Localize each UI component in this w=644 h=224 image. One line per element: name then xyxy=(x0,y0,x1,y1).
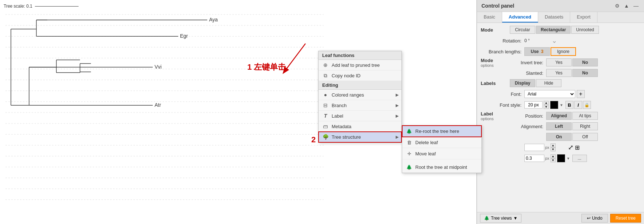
undo-btn[interactable]: ↩ Undo xyxy=(581,214,608,223)
branch-lengths-label: Branch lengths: xyxy=(481,49,524,54)
position-attips-btn[interactable]: At tips xyxy=(572,112,598,120)
num-up-2[interactable]: ▲ xyxy=(551,154,556,158)
num-stepper-2[interactable]: ▲ ▼ xyxy=(551,154,556,162)
svg-text:Aya: Aya xyxy=(209,17,218,23)
context-menu: Leaf functions ⊕ Add leaf to pruned tree… xyxy=(318,51,402,143)
position-row: Position: Aligned At tips xyxy=(510,111,598,121)
rotation-expand[interactable]: ⌄ xyxy=(552,37,557,45)
invert-yes-btn[interactable]: Yes xyxy=(546,58,572,66)
color-expand-icon[interactable]: ▼ xyxy=(560,103,565,107)
mode-options-sub: options xyxy=(481,63,510,68)
colored-ranges-icon: ● xyxy=(322,91,329,98)
font-label: Font: xyxy=(481,91,524,97)
tab-basic[interactable]: Basic xyxy=(477,12,502,23)
cp-tabs: Basic Advanced Datasets Export xyxy=(477,12,644,23)
italic-btn[interactable]: I xyxy=(574,101,582,109)
annotation-num-2: 2 xyxy=(311,135,316,144)
mode-row: Mode Circular Rectangular Unrooted xyxy=(481,25,640,34)
alignment-label: Alignment: xyxy=(510,124,546,129)
cp-title: Control panel xyxy=(481,3,514,9)
stroke-color-box[interactable] xyxy=(557,154,565,162)
invert-no-btn[interactable]: No xyxy=(572,58,598,66)
on-btn[interactable]: On xyxy=(546,133,572,141)
alignment-right-btn[interactable]: Right xyxy=(572,122,598,130)
mode-options-section: Mode options Invert tree: Yes No Slanted… xyxy=(481,58,640,78)
num-input-1[interactable] xyxy=(524,144,544,151)
rotation-value: 0 ° xyxy=(524,38,530,43)
svg-text:Atr: Atr xyxy=(155,102,161,108)
num-stepper-1[interactable]: ▲ ▼ xyxy=(551,143,556,151)
font-style-label: Font style: xyxy=(481,102,524,108)
numeric-row: px ▲ ▼ ⤢ ⊞ xyxy=(481,143,640,152)
copy-node-icon: ⧉ xyxy=(322,72,329,79)
control-panel: Control panel ⚙ ▲ — Basic Advanced Datas… xyxy=(477,0,644,224)
lock-btn[interactable]: 🔒 xyxy=(583,101,591,109)
alignment-row: Alignment: Left Right xyxy=(510,122,598,131)
branch-badge: 3 xyxy=(541,49,544,54)
cp-header: Control panel ⚙ ▲ — xyxy=(477,0,644,12)
ctx-metadata[interactable]: 🗃 Metadata xyxy=(319,121,401,132)
tab-advanced[interactable]: Advanced xyxy=(502,12,538,23)
aspect-icon[interactable]: ⊞ xyxy=(575,144,580,151)
slanted-yes-btn[interactable]: Yes xyxy=(546,69,572,77)
submenu: 🌲 Re-root the tree here 🗑 Delete leaf ✛ … xyxy=(402,125,482,173)
reset-tree-btn[interactable]: Reset tree xyxy=(610,214,641,223)
alignment-left-btn[interactable]: Left xyxy=(546,122,572,130)
font-size-up[interactable]: ▲ xyxy=(544,101,549,105)
submenu-root-midpoint[interactable]: 🌲 Root the tree at midpoint xyxy=(402,162,481,173)
tree-views-icon: 🌲 xyxy=(484,216,489,221)
num-down-1[interactable]: ▼ xyxy=(551,147,556,151)
font-color-box[interactable] xyxy=(550,101,558,109)
labels-hide-btn[interactable]: Hide xyxy=(536,79,561,87)
ctx-colored-ranges[interactable]: ● Colored ranges ▶ xyxy=(319,90,401,100)
label-options-section: Label options Position: Aligned At tips … xyxy=(481,111,640,142)
labels-btn-group: Display Hide xyxy=(510,79,561,87)
branch-lengths-row: Branch lengths: Use 3 Ignore xyxy=(481,47,640,56)
font-dropdown[interactable]: Arial xyxy=(524,90,575,98)
font-size-stepper[interactable]: ▲ ▼ xyxy=(544,101,549,109)
slanted-no-btn[interactable]: No xyxy=(572,69,598,77)
submenu-reroot[interactable]: 🌲 Re-root the tree here xyxy=(402,126,481,137)
ctx-add-leaf[interactable]: ⊕ Add leaf to pruned tree xyxy=(319,60,401,70)
tree-views-btn[interactable]: 🌲 Tree views ▼ xyxy=(480,214,521,223)
submenu-delete-leaf[interactable]: 🗑 Delete leaf xyxy=(402,137,481,148)
slanted-row: Slanted: Yes No xyxy=(510,68,598,78)
submenu-move-leaf[interactable]: ✛ Move leaf xyxy=(402,148,481,159)
stroke-color-expand[interactable]: ▼ xyxy=(567,156,572,160)
more-btn[interactable]: ... xyxy=(572,155,587,162)
labels-display-btn[interactable]: Display xyxy=(510,79,535,87)
settings-icon[interactable]: ⚙ xyxy=(613,2,621,9)
branch-use-btn[interactable]: Use 3 xyxy=(524,47,550,56)
ctx-branch[interactable]: ⊟ Branch ▶ xyxy=(319,100,401,111)
tab-datasets[interactable]: Datasets xyxy=(538,12,570,23)
onoff-row: On Off xyxy=(510,132,598,142)
off-btn[interactable]: Off xyxy=(572,133,598,141)
cp-content: Mode Circular Rectangular Unrooted Rotat… xyxy=(477,23,644,212)
num-up-1[interactable]: ▲ xyxy=(551,143,556,147)
tab-export[interactable]: Export xyxy=(570,12,597,23)
branch-ignore-btn[interactable]: Ignore xyxy=(551,47,576,56)
position-aligned-btn[interactable]: Aligned xyxy=(546,112,572,120)
font-size-down[interactable]: ▼ xyxy=(544,105,549,109)
font-size-input[interactable] xyxy=(524,101,543,109)
mode-circular[interactable]: Circular xyxy=(510,26,535,34)
tree-svg: Aya Egr Vvi Atr xyxy=(0,0,327,207)
ctx-tree-structure[interactable]: 🌳 Tree structure ▶ xyxy=(319,132,401,142)
tree-structure-icon: 🌳 xyxy=(322,134,329,140)
num-input-2[interactable] xyxy=(524,155,544,162)
ctx-label[interactable]: T Label ▶ xyxy=(319,111,401,121)
mode-btn-group: Circular Rectangular Unrooted xyxy=(510,26,599,34)
slanted-label: Slanted: xyxy=(510,70,546,76)
minimize-icon[interactable]: — xyxy=(632,2,640,9)
font-add-btn[interactable]: + xyxy=(577,90,585,98)
undo-icon: ↩ xyxy=(587,216,591,221)
invert-tree-btn-group: Yes No xyxy=(546,58,598,66)
num-down-2[interactable]: ▼ xyxy=(551,158,556,162)
ctx-copy-node[interactable]: ⧉ Copy node ID xyxy=(319,70,401,81)
resize-icon[interactable]: ⤢ xyxy=(568,143,573,151)
numeric-row-2: px ▲ ▼ ▼ ... xyxy=(481,154,640,163)
mode-rectangular[interactable]: Rectangular xyxy=(536,26,571,34)
expand-icon[interactable]: ▲ xyxy=(623,2,630,9)
mode-unrooted[interactable]: Unrooted xyxy=(571,26,599,34)
bold-btn[interactable]: B xyxy=(565,101,573,109)
